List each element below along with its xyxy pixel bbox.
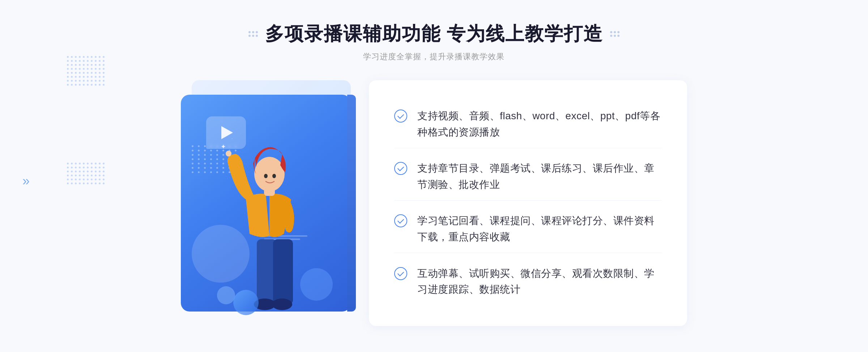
- svg-point-6: [264, 174, 268, 178]
- svg-rect-1: [273, 239, 293, 304]
- feature-item-3: 学习笔记回看、课程提问、课程评论打分、课件资料下载，重点内容收藏: [394, 206, 662, 253]
- page-title: 多项录播课辅助功能 专为线上教学打造: [265, 22, 603, 46]
- check-icon-2: [394, 162, 407, 175]
- feature-text-1: 支持视频、音频、flash、word、excel、ppt、pdf等各种格式的资源…: [417, 108, 662, 141]
- feature-text-3: 学习笔记回看、课程提问、课程评论打分、课件资料下载，重点内容收藏: [417, 213, 662, 245]
- feature-item-1: 支持视频、音频、flash、word、excel、ppt、pdf等各种格式的资源…: [394, 101, 662, 148]
- check-circle-3: [394, 214, 407, 227]
- dots-decoration-top: for(let i=0;i<80;i++){ document.currentS…: [67, 56, 105, 86]
- features-area: 支持视频、音频、flash、word、excel、ppt、pdf等各种格式的资源…: [369, 80, 687, 326]
- check-circle-4: [394, 267, 407, 280]
- header-section: 多项录播课辅助功能 专为线上教学打造 学习进度全掌握，提升录播课教学效果: [248, 22, 620, 62]
- page-subtitle: 学习进度全掌握，提升录播课教学效果: [248, 51, 620, 62]
- main-content: for(let i=0;i<56;i++){ document.currentS…: [181, 80, 687, 326]
- check-circle-2: [394, 162, 407, 175]
- illustration-area: for(let i=0;i<56;i++){ document.currentS…: [181, 80, 369, 326]
- check-circle-1: [394, 110, 407, 123]
- svg-point-5: [254, 157, 285, 192]
- svg-point-8: [226, 151, 231, 156]
- decorator-grid-left: [248, 31, 258, 37]
- check-icon-1: [394, 110, 407, 123]
- bottom-circle-light: [217, 286, 235, 304]
- page-wrapper: for(let i=0;i<80;i++){ document.currentS…: [0, 0, 868, 352]
- feature-item-2: 支持章节目录、弹题考试、课后练习、课后作业、章节测验、批改作业: [394, 153, 662, 201]
- dots-decoration-bottom: for(let i=0;i<60;i++){ document.currentS…: [67, 163, 105, 184]
- header-decorators: 多项录播课辅助功能 专为线上教学打造: [248, 22, 620, 46]
- svg-text:✦: ✦: [221, 143, 226, 150]
- svg-text:·: ·: [231, 136, 233, 141]
- chevron-arrow-icon: »: [22, 173, 30, 189]
- feature-item-4: 互动弹幕、试听购买、微信分享、观看次数限制、学习进度跟踪、数据统计: [394, 258, 662, 305]
- accent-bar: [347, 95, 356, 312]
- svg-point-3: [272, 299, 292, 310]
- check-icon-3: [394, 214, 407, 227]
- feature-text-4: 互动弹幕、试听购买、微信分享、观看次数限制、学习进度跟踪、数据统计: [417, 266, 662, 298]
- check-icon-4: [394, 267, 407, 280]
- bottom-circle-blue: [233, 290, 259, 315]
- decorator-grid-right: [610, 31, 620, 37]
- svg-point-7: [272, 174, 276, 178]
- feature-text-2: 支持章节目录、弹题考试、课后练习、课后作业、章节测验、批改作业: [417, 160, 662, 193]
